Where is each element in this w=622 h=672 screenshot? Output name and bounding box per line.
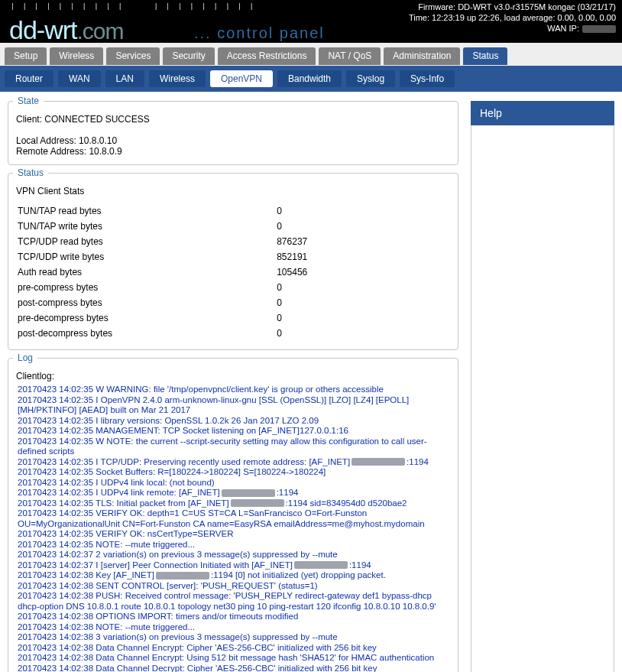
remote-address: Remote Address: 10.8.0.9 xyxy=(16,146,450,157)
log-line: 20170423 14:02:38 Data Channel Encrypt: … xyxy=(18,643,449,654)
log-line: 20170423 14:02:35 Socket Buffers: R=[180… xyxy=(18,467,449,478)
tab-status[interactable]: Status xyxy=(463,47,507,65)
tab-nat-qos[interactable]: NAT / QoS xyxy=(319,47,381,65)
stat-row: TUN/TAP read bytes0 xyxy=(18,204,449,218)
log-line: 20170423 14:02:37 2 variation(s) on prev… xyxy=(18,550,449,560)
log-line: 20170423 14:02:38 Key [AF_INET]:1194 [0]… xyxy=(18,570,449,581)
log-line: 20170423 14:02:38 3 variation(s) on prev… xyxy=(18,632,449,643)
sub-tabs: RouterWANLANWirelessOpenVPNBandwidthSysl… xyxy=(0,66,622,92)
masked-ip xyxy=(231,499,284,507)
client-status: Client: CONNECTED SUCCESS xyxy=(16,114,450,125)
stat-row: post-compress bytes0 xyxy=(18,296,449,310)
system-info: Firmware: DD-WRT v3.0-r31575M kongac (03… xyxy=(409,2,616,34)
stat-key: post-decompress bytes xyxy=(18,326,275,340)
stat-row: pre-decompress bytes0 xyxy=(18,311,449,325)
stat-key: TUN/TAP read bytes xyxy=(18,204,275,218)
log-body: 20170423 14:02:35 W WARNING: file '/tmp/… xyxy=(16,385,450,672)
subtab-wireless[interactable]: Wireless xyxy=(149,70,206,87)
log-line: 20170423 14:02:35 TLS: Initial packet fr… xyxy=(18,498,449,509)
control-panel-label: ... control panel xyxy=(194,24,325,42)
tab-wireless[interactable]: Wireless xyxy=(50,47,103,65)
subtab-sys-info[interactable]: Sys-Info xyxy=(400,70,455,87)
log-line: 20170423 14:02:35 MANAGEMENT: TCP Socket… xyxy=(18,426,449,437)
main-tabs: SetupWirelessServicesSecurityAccess Rest… xyxy=(0,43,622,66)
log-line: 20170423 14:02:35 VERIFY OK: depth=1 C=U… xyxy=(18,508,449,529)
state-legend: State xyxy=(13,96,44,106)
subtab-router[interactable]: Router xyxy=(5,70,53,87)
log-line: 20170423 14:02:38 OPTIONS IMPORT: timers… xyxy=(18,612,449,622)
help-title: Help xyxy=(480,107,502,119)
log-legend: Log xyxy=(13,352,37,363)
stat-key: TUN/TAP write bytes xyxy=(18,219,275,233)
stat-value: 0 xyxy=(277,326,449,340)
top-header: | | | | | | | | | | | | | | | | | | | dd… xyxy=(0,0,622,43)
stat-key: pre-decompress bytes xyxy=(18,311,275,325)
brand-logo: dd-wrt.com xyxy=(9,15,123,45)
tab-administration[interactable]: Administration xyxy=(384,47,460,65)
log-line: 20170423 14:02:35 I library versions: Op… xyxy=(18,416,449,427)
subtab-lan[interactable]: LAN xyxy=(105,70,144,87)
log-line: 20170423 14:02:38 PUSH: Received control… xyxy=(18,591,449,612)
subtab-openvpn[interactable]: OpenVPN xyxy=(210,70,273,87)
stat-value: 0 xyxy=(277,204,449,218)
stat-key: TCP/UDP write bytes xyxy=(18,250,275,264)
brand-suffix: .com xyxy=(76,18,123,44)
stat-value: 876237 xyxy=(277,235,449,248)
stat-row: pre-compress bytes0 xyxy=(18,281,449,294)
help-header[interactable]: Help xyxy=(471,101,614,125)
stat-value: 0 xyxy=(277,311,449,325)
subtab-wan[interactable]: WAN xyxy=(58,70,101,87)
subtab-syslog[interactable]: Syslog xyxy=(346,70,395,87)
log-line: 20170423 14:02:35 I OpenVPN 2.4.0 arm-un… xyxy=(18,395,449,416)
stat-key: Auth read bytes xyxy=(18,265,275,279)
log-line: 20170423 14:02:35 VERIFY OK: nsCertType=… xyxy=(18,529,449,540)
stat-row: Auth read bytes105456 xyxy=(18,265,449,279)
vpn-stats-table: TUN/TAP read bytes0TUN/TAP write bytes0T… xyxy=(16,203,450,342)
log-line: 20170423 14:02:38 NOTE: --mute triggered… xyxy=(18,622,449,633)
log-line: 20170423 14:02:35 I UDPv4 link local: (n… xyxy=(18,478,449,489)
stat-row: TCP/UDP read bytes876237 xyxy=(18,235,449,248)
log-box: Log Clientlog: 20170423 14:02:35 W WARNI… xyxy=(8,358,458,672)
stat-key: post-compress bytes xyxy=(18,296,275,310)
firmware-line: Firmware: DD-WRT v3.0-r31575M kongac (03… xyxy=(409,2,616,12)
status-box: Status VPN Client Stats TUN/TAP read byt… xyxy=(8,173,458,350)
masked-ip xyxy=(294,561,348,569)
help-panel xyxy=(471,125,614,672)
log-title: Clientlog: xyxy=(16,371,450,381)
subtab-bandwidth[interactable]: Bandwidth xyxy=(277,70,342,87)
stat-value: 105456 xyxy=(277,265,449,279)
stat-row: TCP/UDP write bytes852191 xyxy=(18,250,449,264)
log-line: 20170423 14:02:35 I UDPv4 link remote: [… xyxy=(18,488,449,498)
tab-setup[interactable]: Setup xyxy=(5,47,47,65)
log-line: 20170423 14:02:35 W WARNING: file '/tmp/… xyxy=(18,385,449,395)
local-address: Local Address: 10.8.0.10 xyxy=(16,135,450,146)
stat-key: TCP/UDP read bytes xyxy=(18,235,275,248)
log-line: 20170423 14:02:38 Data Channel Encrypt: … xyxy=(18,653,449,664)
masked-ip xyxy=(156,572,209,579)
status-legend: Status xyxy=(13,167,48,178)
stat-value: 0 xyxy=(277,281,449,294)
brand-main: dd-wrt xyxy=(9,15,76,44)
wan-ip-masked xyxy=(582,25,616,33)
vpn-stats-title: VPN Client Stats xyxy=(16,186,450,196)
stat-row: TUN/TAP write bytes0 xyxy=(18,219,449,233)
stat-key: pre-compress bytes xyxy=(18,281,275,294)
masked-ip xyxy=(222,489,275,497)
log-line: 20170423 14:02:38 Data Channel Decrypt: … xyxy=(18,664,449,673)
log-line: 20170423 14:02:35 W NOTE: the current --… xyxy=(18,437,449,457)
header-tickmarks: | | | | | | | | | | | | | | | | | | | xyxy=(11,3,256,10)
tab-security[interactable]: Security xyxy=(163,47,214,65)
tab-services[interactable]: Services xyxy=(106,47,160,65)
stat-value: 0 xyxy=(277,296,449,310)
wan-ip-line: WAN IP: xyxy=(409,23,616,34)
log-line: 20170423 14:02:38 SENT CONTROL [server]:… xyxy=(18,581,449,592)
stat-value: 852191 xyxy=(277,250,449,264)
stat-row: post-decompress bytes0 xyxy=(18,326,449,340)
log-line: 20170423 14:02:35 NOTE: --mute triggered… xyxy=(18,540,449,550)
state-box: State Client: CONNECTED SUCCESS Local Ad… xyxy=(8,101,458,165)
tab-access-restrictions[interactable]: Access Restrictions xyxy=(218,47,316,65)
stat-value: 0 xyxy=(277,219,449,233)
log-line: 20170423 14:02:35 I TCP/UDP: Preserving … xyxy=(18,457,449,468)
masked-ip xyxy=(351,458,405,466)
time-line: Time: 12:23:19 up 22:26, load average: 0… xyxy=(409,12,616,23)
